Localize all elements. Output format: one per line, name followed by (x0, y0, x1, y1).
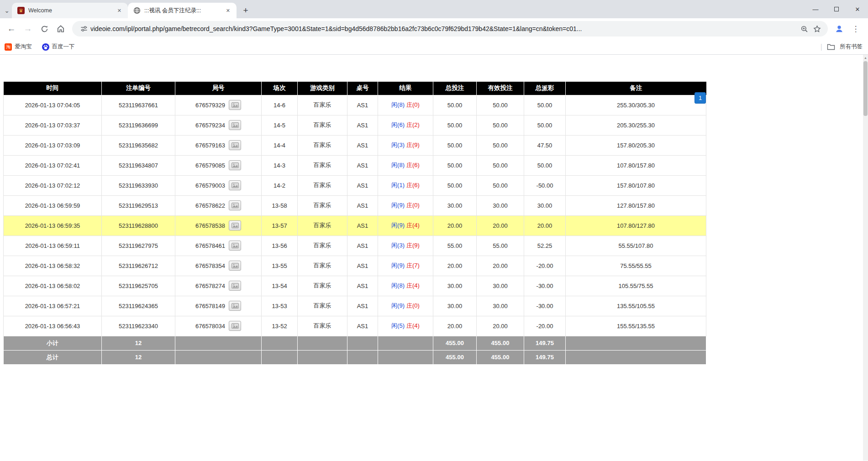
cell-valid-bet: 20.00 (477, 316, 524, 336)
tab-close-icon[interactable]: ✕ (224, 7, 232, 15)
tab-title: Welcome (28, 7, 112, 14)
maximize-button[interactable] (826, 0, 847, 18)
table-row[interactable]: 2026-01-13 06:59:35 523119628800 6765785… (4, 215, 706, 236)
cell-total-bet[interactable]: 30.00 (433, 296, 477, 316)
tab-bet-records[interactable]: :::视讯 会员下注纪录::: ✕ (128, 3, 237, 18)
cell-total-bet[interactable]: 20.00 (433, 316, 477, 336)
round-replay-icon[interactable] (229, 261, 241, 271)
round-replay-icon[interactable] (229, 160, 241, 170)
tab-strip: ⌄ ♛ Welcome ✕ :::视讯 会员下注纪录::: ✕ + — ✕ (0, 0, 868, 18)
cell-bet-no: 523119636699 (102, 115, 175, 135)
cell-game-type: 百家乐 (298, 115, 347, 135)
round-replay-icon[interactable] (229, 200, 241, 210)
subtotal-row: 小计 12 455.00 455.00 149.75 (4, 336, 706, 350)
header-row: 时间 注单编号 局号 场次 游戏类别 桌号 结果 总投注 有效投注 总派彩 备注 (4, 82, 706, 95)
bookmark-baidu[interactable]: 百度一下 (42, 43, 75, 51)
round-replay-icon[interactable] (229, 220, 241, 230)
result-banker: 庄(6) (406, 162, 420, 168)
table-row[interactable]: 2026-01-13 06:58:32 523119626712 6765783… (4, 256, 706, 276)
forward-button[interactable]: → (20, 21, 36, 37)
crown-favicon-icon: ♛ (17, 7, 25, 14)
col-header-valid-bet: 有效投注 (477, 82, 524, 95)
table-row[interactable]: 2026-01-13 07:02:41 523119634807 6765790… (4, 155, 706, 175)
round-replay-icon[interactable] (229, 321, 241, 331)
cell-valid-bet: 20.00 (477, 256, 524, 276)
cell-valid-bet: 30.00 (477, 276, 524, 296)
cell-time: 2026-01-13 07:03:37 (4, 115, 102, 135)
table-row[interactable]: 2026-01-13 07:03:09 523119635682 6765791… (4, 135, 706, 155)
close-window-button[interactable]: ✕ (847, 0, 868, 18)
cell-payout: 50.00 (524, 155, 566, 175)
globe-favicon-icon (133, 7, 141, 14)
table-row[interactable]: 2026-01-13 07:03:37 523119636699 6765792… (4, 115, 706, 135)
cell-total-bet[interactable]: 50.00 (433, 155, 477, 175)
table-row[interactable]: 2026-01-13 06:57:21 523119624365 6765781… (4, 296, 706, 316)
cell-total-bet[interactable]: 50.00 (433, 135, 477, 155)
all-bookmarks-label[interactable]: 所有书签 (840, 43, 863, 51)
zoom-icon[interactable] (798, 22, 810, 35)
round-number: 676578274 (195, 283, 225, 289)
browser-menu-icon[interactable]: ⋮ (848, 21, 863, 37)
cell-total-bet[interactable]: 50.00 (433, 115, 477, 135)
minimize-button[interactable]: — (805, 0, 826, 18)
url-bar[interactable]: videoie.com/ipl/portal.php/game/betrecor… (72, 21, 828, 37)
scrollbar-thumb[interactable] (863, 61, 868, 116)
result-player: 闲(6) (391, 121, 405, 128)
footer-empty (378, 350, 433, 364)
cell-total-bet[interactable]: 20.00 (433, 215, 477, 236)
home-button[interactable] (53, 21, 68, 37)
cell-result: 闲(1)庄(6) (378, 175, 433, 195)
round-replay-icon[interactable] (229, 301, 241, 311)
subtotal-count: 12 (102, 336, 175, 350)
round-replay-icon[interactable] (229, 241, 241, 251)
cell-round-no: 676578274 (175, 276, 262, 296)
footer-empty (378, 336, 433, 350)
col-header-result: 结果 (378, 82, 433, 95)
bookmark-taobao[interactable]: 淘 爱淘宝 (5, 43, 32, 51)
round-replay-icon[interactable] (229, 140, 241, 150)
table-row[interactable]: 2026-01-13 06:56:43 523119623340 6765780… (4, 316, 706, 336)
tab-close-icon[interactable]: ✕ (116, 7, 123, 15)
pagination-page-1[interactable]: 1 (694, 92, 706, 104)
total-label: 总计 (4, 350, 102, 364)
refresh-button[interactable] (37, 21, 52, 37)
cell-time: 2026-01-13 06:57:21 (4, 296, 102, 316)
url-text[interactable]: videoie.com/ipl/portal.php/game/betrecor… (90, 25, 798, 32)
cell-payout: -30.00 (524, 296, 566, 316)
cell-payout: 20.00 (524, 215, 566, 236)
cell-total-bet[interactable]: 30.00 (433, 276, 477, 296)
table-row[interactable]: 2026-01-13 07:04:05 523119637661 6765793… (4, 95, 706, 115)
cell-table-no: AS1 (347, 175, 378, 195)
bet-table-body: 2026-01-13 07:04:05 523119637661 6765793… (4, 95, 706, 336)
cell-total-bet[interactable]: 50.00 (433, 175, 477, 195)
site-settings-icon[interactable] (78, 22, 90, 35)
cell-total-bet[interactable]: 55.00 (433, 236, 477, 256)
cell-total-bet[interactable]: 30.00 (433, 195, 477, 215)
cell-total-bet[interactable]: 50.00 (433, 95, 477, 115)
footer-empty (566, 336, 706, 350)
round-replay-icon[interactable] (229, 120, 241, 130)
round-number: 676578149 (195, 303, 225, 309)
cell-remark: 127.80/157.80 (566, 195, 706, 215)
round-replay-icon[interactable] (229, 281, 241, 291)
bookmark-star-icon[interactable] (810, 22, 823, 35)
back-button[interactable]: ← (4, 21, 19, 37)
cell-total-bet[interactable]: 20.00 (433, 256, 477, 276)
cell-game-type: 百家乐 (298, 276, 347, 296)
table-row[interactable]: 2026-01-13 07:02:12 523119633930 6765790… (4, 175, 706, 195)
round-replay-icon[interactable] (229, 100, 241, 110)
new-tab-button[interactable]: + (239, 4, 252, 17)
scrollbar[interactable]: ▲ (863, 55, 868, 461)
table-row[interactable]: 2026-01-13 06:58:02 523119625705 6765782… (4, 276, 706, 296)
scroll-up-icon[interactable]: ▲ (863, 55, 868, 60)
table-row[interactable]: 2026-01-13 06:59:59 523119629513 6765786… (4, 195, 706, 215)
result-banker: 庄(9) (406, 141, 420, 148)
cell-result: 闲(9)庄(0) (378, 195, 433, 215)
chevron-down-icon[interactable]: ⌄ (2, 3, 12, 18)
tab-welcome[interactable]: ♛ Welcome ✕ (12, 3, 128, 18)
profile-avatar[interactable] (831, 21, 847, 37)
cell-session: 13-54 (262, 276, 298, 296)
table-row[interactable]: 2026-01-13 06:59:11 523119627975 6765784… (4, 236, 706, 256)
cell-time: 2026-01-13 06:59:59 (4, 195, 102, 215)
round-replay-icon[interactable] (229, 180, 241, 190)
